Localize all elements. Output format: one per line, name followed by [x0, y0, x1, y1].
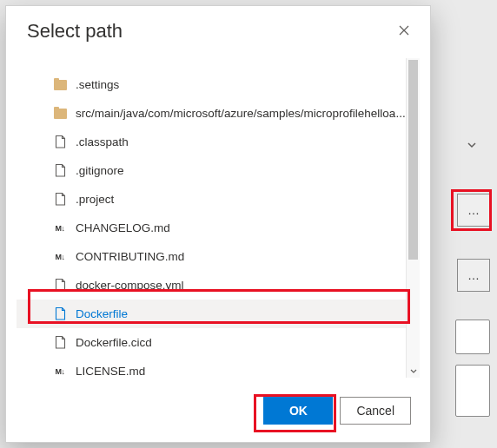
- file-icon: [53, 307, 67, 321]
- folder-icon: [53, 58, 67, 70]
- tree-item[interactable]: Dockerfile: [17, 300, 420, 328]
- ellipsis-icon: …: [467, 268, 480, 282]
- tree-item[interactable]: docker-compose.yml: [17, 271, 420, 300]
- tree-item[interactable]: M↓CONTRIBUTING.md: [17, 242, 420, 271]
- markdown-icon: M↓: [53, 221, 67, 235]
- tree-item-label: CONTRIBUTING.md: [76, 250, 420, 263]
- tree-item[interactable]: src/main/java/com/microsoft/azure/sample…: [17, 99, 420, 128]
- tree-item-label: LICENSE.md: [76, 365, 420, 378]
- tree-item-label: .classpath: [76, 135, 420, 148]
- tree-item-label: .gitignore: [76, 164, 420, 177]
- file-tree-scroll[interactable]: .settingssrc/main/java/com/microsoft/azu…: [17, 58, 420, 378]
- tree-item-label: CHANGELOG.md: [76, 221, 420, 234]
- close-button[interactable]: [394, 20, 414, 41]
- dialog-header: Select path: [6, 6, 430, 49]
- ok-button[interactable]: OK: [263, 397, 333, 425]
- tree-item[interactable]: .classpath: [17, 128, 420, 156]
- file-icon: [53, 279, 67, 293]
- background-field-1[interactable]: [455, 320, 490, 354]
- markdown-icon: M↓: [53, 365, 67, 379]
- file-icon: [53, 135, 67, 149]
- tree-item[interactable]: Dockerfile.cicd: [17, 328, 420, 357]
- background-field-2[interactable]: [455, 365, 490, 417]
- tree-item-partial[interactable]: [17, 58, 420, 70]
- tree-item-label: src/main/java/com/microsoft/azure/sample…: [76, 107, 420, 120]
- file-icon: [53, 336, 67, 350]
- tree-item-label: .project: [76, 193, 420, 206]
- cancel-button[interactable]: Cancel: [340, 397, 411, 425]
- markdown-icon: M↓: [53, 250, 67, 264]
- browse-button-1[interactable]: …: [457, 194, 490, 227]
- ellipsis-icon: …: [467, 203, 480, 217]
- file-icon: [53, 193, 67, 207]
- tree-item[interactable]: .gitignore: [17, 156, 420, 185]
- folder-icon: [53, 78, 67, 92]
- tree-item-label: .settings: [76, 78, 420, 91]
- file-tree: .settingssrc/main/java/com/microsoft/azu…: [17, 58, 420, 378]
- tree-item[interactable]: .settings: [17, 70, 420, 99]
- folder-icon: [53, 107, 67, 121]
- tree-item[interactable]: .project: [17, 185, 420, 214]
- close-icon: [399, 25, 409, 36]
- dropdown-chevron-icon[interactable]: [459, 132, 485, 158]
- scrollbar-thumb[interactable]: [408, 60, 418, 260]
- select-path-dialog: Select path .settingssrc/main/java/com/m…: [5, 5, 431, 443]
- file-icon: [53, 164, 67, 178]
- tree-item[interactable]: M↓LICENSE.md: [17, 357, 420, 378]
- tree-item-label: Dockerfile.cicd: [76, 336, 420, 349]
- tree-item-label: docker-compose.yml: [76, 279, 420, 292]
- dialog-footer: OK Cancel: [6, 381, 430, 442]
- scroll-down-icon[interactable]: [407, 364, 420, 378]
- tree-item-label: Dockerfile: [76, 307, 420, 320]
- browse-button-2[interactable]: …: [457, 259, 490, 292]
- dialog-title: Select path: [27, 20, 123, 43]
- scrollbar[interactable]: [406, 58, 420, 378]
- tree-item[interactable]: M↓CHANGELOG.md: [17, 214, 420, 242]
